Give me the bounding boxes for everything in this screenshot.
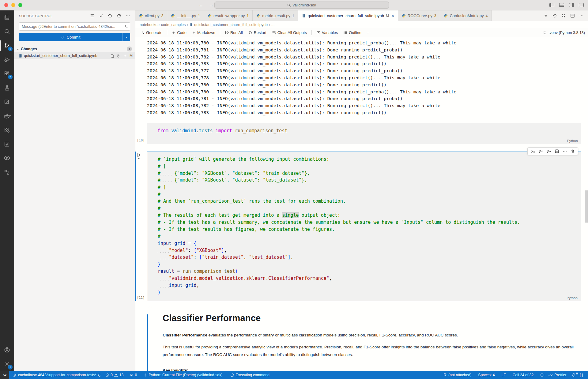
minimize-window-button[interactable] [11,3,15,7]
open-file-icon[interactable] [110,54,114,58]
restart-button[interactable]: Restart [246,29,269,36]
clear-all-outputs-button[interactable]: Clear All Outputs [270,29,309,36]
close-window-button[interactable] [4,3,8,7]
command-center-search[interactable]: validmind-sdk [214,2,389,9]
cell-language-picker[interactable]: Python [567,139,578,143]
close-tab-icon[interactable]: × [391,13,394,18]
markdown-heading: Classifier Performance [163,313,576,323]
remote-explorer-icon[interactable] [0,165,14,179]
generate-button[interactable]: Generate [138,29,164,36]
toggle-secondary-sidebar-icon[interactable] [569,3,574,7]
problems-item[interactable]: 0 13 [104,373,125,377]
delete-cell-icon[interactable] [569,148,576,154]
history-icon[interactable] [108,13,112,18]
breadcrumb-notebooks[interactable]: notebooks [140,23,157,27]
ports-item[interactable]: 0 [128,373,139,377]
validmind-extension-icon[interactable] [0,95,14,109]
commit-button[interactable]: Commit [19,33,130,41]
tab-confusionmatrix-py[interactable]: ConfusionMatrix.py4 [440,10,492,21]
cell-code[interactable]: from validmind.tests import run_comparis… [147,127,581,134]
more-actions-icon[interactable] [561,148,568,154]
run-cell-button[interactable] [137,153,141,159]
timeline-history-icon[interactable] [552,13,557,18]
copilot-icon[interactable] [538,373,546,377]
code-cell-10[interactable]: [10] from validmind.tests import run_com… [147,123,588,144]
toggle-panel-icon[interactable] [559,3,564,7]
run-all-button[interactable]: Run All [223,29,245,36]
more-actions-icon[interactable] [126,13,130,18]
bird-extension-icon[interactable] [0,137,14,151]
cell-position-item[interactable]: Cell 24 of 32 [511,373,535,377]
commit-message-input[interactable]: Message (⌘Enter to commit on "cachafla/s… [19,22,130,31]
eol-item[interactable]: LF [500,373,508,377]
jupyter-extension-icon[interactable] [0,123,14,137]
explorer-icon[interactable] [0,10,14,24]
changes-section-header[interactable]: Changes 1 [14,46,135,52]
cell-language-picker[interactable]: Python [567,296,578,300]
tab-init-py[interactable]: __init__.py1 [167,10,204,21]
add-markdown-cell-button[interactable]: Markdown [190,29,217,36]
testing-flask-icon[interactable] [0,81,14,95]
prettier-item[interactable]: Prettier [546,373,568,377]
docker-icon[interactable] [0,109,14,123]
breadcrumb-code-samples[interactable]: code_samples [161,23,186,27]
tab-client-py[interactable]: client.py3 [135,10,167,21]
execute-above-cells-icon[interactable] [537,148,544,154]
window-controls [4,3,22,7]
commit-dropdown-button[interactable] [122,33,130,41]
git-branch-item[interactable]: cachafla/sc-4842/support-for-comparison-… [11,373,104,377]
configure-gear-icon[interactable] [544,13,548,18]
discard-changes-icon[interactable] [117,54,121,58]
run-cells-icon[interactable] [561,13,566,18]
tab-result-wrapper-py[interactable]: result_wrapper.py1 [204,10,253,21]
cell-code[interactable]: # `input_grid` will generate the followi… [147,156,581,296]
split-cell-icon[interactable] [553,148,560,154]
notebook-scrollbar[interactable] [585,190,588,223]
between-cells-more-icon[interactable]: ··· [147,304,588,309]
navigate-forward-icon[interactable]: → [209,2,214,8]
toggle-primary-sidebar-icon[interactable] [549,3,554,7]
indentation-item[interactable]: Spaces: 4 [476,373,496,377]
execute-cell-and-below-icon[interactable] [545,148,552,154]
more-actions-icon[interactable] [579,13,584,18]
tab-problem-count: 3 [161,14,164,18]
tab-metric-result-py[interactable]: metric_result.py1 [253,10,298,21]
kernel-icon [543,31,547,35]
outline-button[interactable]: Outline [341,29,364,36]
account-icon[interactable] [0,343,14,357]
r-language-icon[interactable] [0,151,14,165]
run-by-line-icon[interactable] [530,148,536,154]
run-debug-icon[interactable] [0,53,14,67]
refresh-icon[interactable] [117,13,121,18]
markdown-bold-lead: Classifier Performance [163,333,207,337]
tab-quickstart-notebook[interactable]: quickstart_customer_churn_full_suite.ipy… [298,10,398,21]
changed-file-row[interactable]: quickstart_customer_churn_full_suite.ipy… [14,52,135,59]
maximize-window-button[interactable] [18,3,22,7]
commit-check-icon[interactable] [99,13,104,18]
extensions-icon[interactable]: 2 [0,67,14,81]
braces-item[interactable]: { } [578,373,585,377]
sparkle-icon[interactable] [124,24,128,29]
code-cell-11[interactable]: [11] [147,152,588,301]
view-as-tree-icon[interactable] [90,13,95,18]
search-icon[interactable] [0,24,14,39]
more-actions-icon[interactable]: ··· [365,29,373,36]
kernel-picker[interactable]: .venv (Python 3.8.13) [543,31,585,35]
tab-roccurve-py[interactable]: ROCCurve.py3 [398,10,440,21]
markdown-cell[interactable]: Classifier Performance Classifier Perfor… [147,313,588,371]
settings-gear-icon[interactable]: 1 [0,357,14,371]
add-code-cell-button[interactable]: Code [170,29,189,36]
split-editor-icon[interactable] [570,13,575,18]
stage-changes-icon[interactable] [123,54,127,58]
python-interpreter-item[interactable]: Python: Current File (Poetry) (validmind… [142,373,224,377]
r-status-item[interactable]: R: (not attached) [442,373,473,377]
breadcrumb-cell[interactable]: ... [271,23,274,27]
remote-indicator[interactable]: >< [0,371,9,379]
navigate-back-icon[interactable]: ← [198,2,203,8]
notifications-bell-icon[interactable] [570,373,578,377]
source-control-icon[interactable]: 1 [0,39,14,53]
breadcrumb-notebook-file[interactable]: quickstart_customer_churn_full_suite.ipy… [194,23,268,27]
variables-button[interactable]: Variables [314,29,340,36]
customize-layout-icon[interactable] [579,3,584,7]
run-all-icon [225,31,229,35]
